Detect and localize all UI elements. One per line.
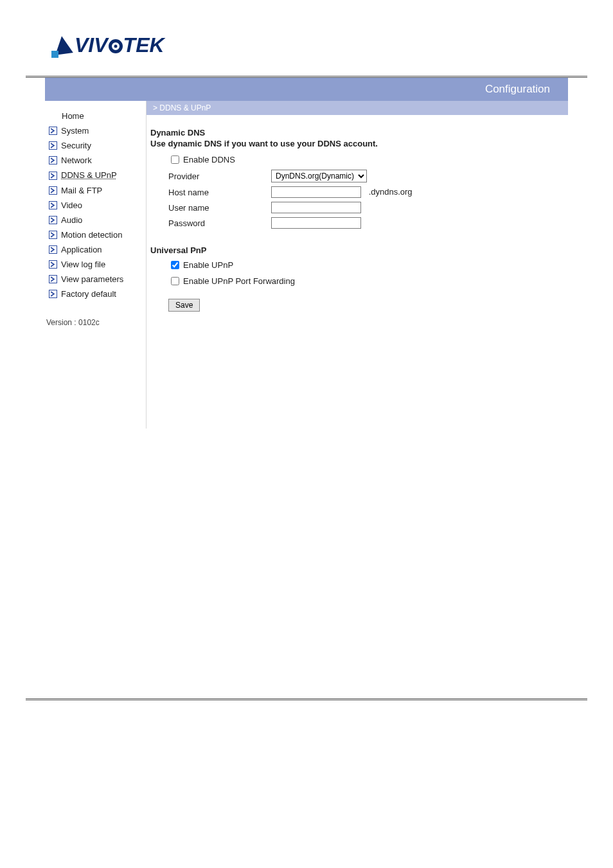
sidebar-item-motion-detection[interactable]: Motion detection (45, 227, 146, 242)
enable-upnp-portfwd-row[interactable]: Enable UPnP Port Forwarding (168, 275, 564, 287)
arrow-right-icon (49, 260, 57, 269)
sidebar-item-application[interactable]: Application (45, 242, 146, 257)
provider-label: Provider (168, 172, 271, 181)
hostname-label: Host name (168, 188, 271, 197)
sidebar-item-label: Factory default (61, 289, 116, 299)
sidebar-item-security[interactable]: Security (45, 138, 146, 153)
arrow-right-icon (49, 290, 57, 298)
arrow-right-icon (49, 156, 57, 164)
logo-mark-icon (51, 32, 72, 58)
username-label: User name (168, 203, 271, 213)
arrow-right-icon (49, 275, 57, 283)
enable-upnp-portfwd-label: Enable UPnP Port Forwarding (183, 276, 295, 286)
arrow-right-icon (49, 245, 57, 254)
arrow-right-icon (49, 141, 57, 150)
divider-bottom (26, 698, 587, 700)
config-panel: Configuration Home SystemSecurityNetwork… (45, 78, 568, 429)
password-row: Password (168, 217, 564, 229)
content: > DDNS & UPnP Dynamic DNS Use dynamic DN… (147, 101, 568, 429)
enable-upnp-portfwd-checkbox[interactable] (171, 277, 179, 285)
provider-select[interactable]: DynDNS.org(Dynamic) (271, 170, 367, 182)
topbar-title: Configuration (485, 83, 550, 95)
sidebar-item-view-log-file[interactable]: View log file (45, 257, 146, 272)
arrow-right-icon (49, 172, 57, 180)
sidebar-item-label: Security (61, 141, 91, 150)
username-input[interactable] (271, 202, 361, 213)
save-button[interactable]: Save (168, 299, 200, 312)
sidebar-item-label: Video (61, 200, 82, 210)
provider-row: Provider DynDNS.org(Dynamic) (168, 170, 564, 182)
version-label: Version : 0102c (46, 318, 146, 327)
sidebar-item-network[interactable]: Network (45, 153, 146, 168)
sidebar-item-label: Audio (61, 215, 82, 225)
sidebar: Home SystemSecurityNetworkDDNS & UPnPMai… (45, 101, 147, 429)
sidebar-item-ddns-upnp[interactable]: DDNS & UPnP (45, 168, 146, 183)
arrow-right-icon (49, 127, 57, 135)
upnp-heading: Universal PnP (150, 245, 564, 255)
sidebar-item-label: DDNS & UPnP (61, 170, 117, 181)
arrow-right-icon (49, 186, 57, 195)
breadcrumb: > DDNS & UPnP (147, 101, 568, 115)
topbar: Configuration (45, 78, 568, 101)
enable-upnp-checkbox[interactable] (171, 261, 179, 269)
sidebar-item-mail-ftp[interactable]: Mail & FTP (45, 183, 146, 198)
enable-upnp-label: Enable UPnP (183, 260, 233, 270)
hostname-suffix: .dyndns.org (369, 187, 413, 197)
username-row: User name (168, 202, 564, 213)
brand-name: VIVTEK (75, 33, 164, 57)
enable-ddns-checkbox[interactable] (171, 155, 179, 164)
sidebar-item-audio[interactable]: Audio (45, 213, 146, 227)
sidebar-item-home[interactable]: Home (45, 109, 146, 123)
sidebar-item-label: View parameters (61, 274, 123, 284)
sidebar-item-label: View log file (61, 260, 105, 269)
sidebar-item-label: Network (61, 155, 92, 165)
password-input[interactable] (271, 217, 361, 229)
enable-upnp-row[interactable]: Enable UPnP (168, 259, 564, 271)
sidebar-item-system[interactable]: System (45, 123, 146, 138)
sidebar-item-label: Home (62, 111, 84, 121)
password-label: Password (168, 218, 271, 228)
arrow-right-icon (49, 216, 57, 224)
arrow-right-icon (49, 231, 57, 239)
hostname-input[interactable] (271, 186, 361, 198)
sidebar-item-view-parameters[interactable]: View parameters (45, 272, 146, 287)
brand-logo: VIVTEK (51, 32, 587, 58)
sidebar-item-video[interactable]: Video (45, 198, 146, 213)
hostname-row: Host name .dyndns.org (168, 186, 564, 198)
arrow-right-icon (49, 201, 57, 209)
sidebar-item-label: Motion detection (61, 230, 122, 240)
enable-ddns-label: Enable DDNS (183, 155, 235, 164)
sidebar-item-label: Mail & FTP (61, 186, 102, 195)
sidebar-item-factory-default[interactable]: Factory default (45, 287, 146, 301)
ddns-subtitle: Use dynamic DNS if you want to use your … (150, 139, 564, 148)
sidebar-item-label: System (61, 126, 89, 136)
enable-ddns-row[interactable]: Enable DDNS (168, 154, 564, 166)
ddns-heading: Dynamic DNS (150, 128, 564, 137)
sidebar-item-label: Application (61, 245, 102, 254)
